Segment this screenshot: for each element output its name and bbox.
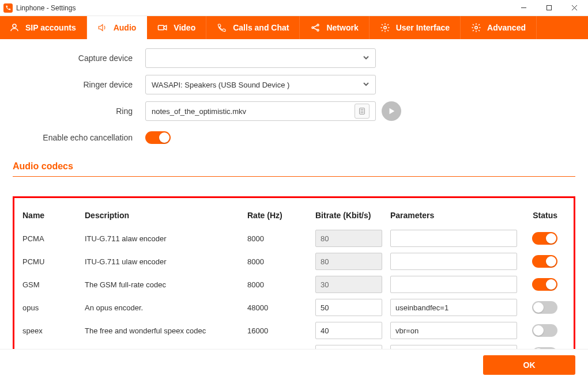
- echo-cancel-label: Enable echo cancellation: [13, 133, 145, 142]
- tab-calls-chat[interactable]: Calls and Chat: [206, 16, 300, 39]
- play-icon: [387, 107, 395, 115]
- speaker-icon: [97, 22, 108, 33]
- close-button[interactable]: [561, 1, 587, 16]
- gear-icon: [471, 22, 481, 33]
- svg-point-8: [317, 29, 319, 31]
- tab-user-interface[interactable]: User Interface: [370, 16, 461, 39]
- tab-audio[interactable]: Audio: [87, 16, 148, 39]
- codec-desc: The GSM full-rate codec: [85, 280, 247, 289]
- ringer-device-select[interactable]: WASAPI: Speakers (USB Sound Device ): [145, 75, 376, 94]
- capture-device-label: Capture device: [13, 54, 145, 63]
- ring-file-value: notes_of_the_optimistic.mkv: [152, 107, 246, 116]
- svg-point-7: [317, 24, 319, 26]
- col-header-name: Name: [22, 211, 85, 220]
- titlebar: Linphone - Settings: [0, 0, 588, 16]
- bitrate-stepper[interactable]: +-: [315, 299, 382, 316]
- svg-rect-1: [546, 6, 551, 10]
- tab-label: SIP accounts: [25, 23, 76, 32]
- svg-point-6: [312, 27, 314, 29]
- tab-label: Network: [326, 23, 358, 32]
- ring-file-input[interactable]: notes_of_the_optimistic.mkv: [145, 101, 376, 121]
- codec-status-toggle[interactable]: [532, 232, 557, 245]
- camera-icon: [157, 22, 168, 33]
- bitrate-stepper[interactable]: +-: [315, 322, 382, 339]
- codec-desc: ITU-G.711 alaw encoder: [85, 234, 247, 243]
- tab-label: User Interface: [396, 23, 450, 32]
- tab-sip-accounts[interactable]: SIP accounts: [0, 16, 87, 39]
- ringer-device-label: Ringer device: [13, 80, 145, 89]
- content-area: Capture device Ringer device WASAPI: Spe…: [0, 39, 588, 349]
- col-header-status: Status: [523, 211, 557, 220]
- codec-row: PCMUITU-G.711 ulaw encoder8000+-: [22, 250, 566, 273]
- codec-row: GSMThe GSM full-rate codec8000+-: [22, 273, 566, 296]
- codec-status-toggle[interactable]: [532, 255, 557, 268]
- codec-desc: The free and wonderful speex codec: [85, 326, 247, 335]
- codec-rate: 16000: [247, 326, 315, 335]
- window-title: Linphone - Settings: [16, 4, 76, 12]
- ring-label: Ring: [13, 107, 145, 116]
- codec-table: Name Description Rate (Hz) Bitrate (Kbit…: [13, 196, 575, 349]
- bitrate-stepper[interactable]: +-: [315, 276, 382, 293]
- tab-label: Video: [174, 23, 195, 32]
- codec-name: opus: [22, 303, 85, 312]
- phone-icon: [217, 22, 227, 33]
- codec-desc: An opus encoder.: [85, 303, 247, 312]
- tab-label: Audio: [114, 23, 137, 32]
- svg-marker-17: [390, 108, 395, 115]
- col-header-rate: Rate (Hz): [247, 211, 315, 220]
- bitrate-stepper[interactable]: +-: [315, 230, 382, 247]
- codec-status-toggle[interactable]: [532, 324, 557, 337]
- share-icon: [310, 22, 321, 33]
- echo-cancel-toggle[interactable]: [145, 131, 171, 144]
- codec-status-toggle[interactable]: [532, 347, 557, 349]
- tab-advanced[interactable]: Advanced: [461, 16, 537, 39]
- codec-name: PCMU: [22, 257, 85, 266]
- codec-name: GSM: [22, 280, 85, 289]
- params-input[interactable]: [390, 253, 517, 270]
- minimize-button[interactable]: [511, 1, 536, 16]
- svg-point-11: [383, 26, 386, 29]
- svg-point-4: [13, 24, 16, 28]
- chevron-down-icon: [363, 81, 370, 89]
- col-header-bitrate: Bitrate (Kbit/s): [315, 211, 390, 220]
- params-input[interactable]: [390, 322, 517, 339]
- svg-rect-5: [159, 25, 164, 30]
- bitrate-stepper[interactable]: +-: [315, 253, 382, 270]
- maximize-button[interactable]: [536, 1, 561, 16]
- codec-rate: 8000: [247, 234, 315, 243]
- codec-row: speexThe free and wonderful speex codec1…: [22, 319, 566, 342]
- file-browse-icon[interactable]: [355, 104, 370, 119]
- select-value: WASAPI: Speakers (USB Sound Device ): [152, 81, 289, 89]
- svg-point-12: [475, 26, 478, 29]
- codec-name: PCMA: [22, 234, 85, 243]
- codec-status-toggle[interactable]: [532, 301, 557, 314]
- codec-row: opusAn opus encoder.48000+-: [22, 296, 566, 319]
- col-header-params: Parameters: [390, 211, 523, 220]
- tab-network[interactable]: Network: [300, 16, 369, 39]
- tab-bar: SIP accounts Audio Video Calls and Chat …: [0, 16, 588, 39]
- ring-play-button[interactable]: [382, 101, 401, 121]
- ok-button[interactable]: OK: [483, 355, 575, 375]
- codec-name: speex: [22, 326, 85, 335]
- app-icon: [3, 3, 13, 13]
- col-header-desc: Description: [85, 211, 247, 220]
- codec-row: speexThe free and wonderful speex codec8…: [22, 342, 566, 349]
- bitrate-stepper[interactable]: +-: [315, 345, 382, 349]
- tab-label: Calls and Chat: [233, 23, 289, 32]
- gear-icon: [380, 22, 390, 33]
- codec-status-toggle[interactable]: [532, 278, 557, 291]
- tab-label: Advanced: [487, 23, 526, 32]
- codec-rate: 8000: [247, 280, 315, 289]
- audio-codecs-heading: Audio codecs: [13, 161, 575, 177]
- params-input[interactable]: [390, 299, 517, 316]
- params-input[interactable]: [390, 276, 517, 293]
- codec-rate: 8000: [247, 257, 315, 266]
- codec-header-row: Name Description Rate (Hz) Bitrate (Kbit…: [22, 204, 566, 227]
- params-input[interactable]: [390, 345, 517, 349]
- svg-line-10: [314, 28, 317, 30]
- svg-line-9: [314, 25, 317, 27]
- chevron-down-icon: [363, 54, 370, 63]
- params-input[interactable]: [390, 230, 517, 247]
- capture-device-select[interactable]: [145, 48, 376, 68]
- tab-video[interactable]: Video: [147, 16, 206, 39]
